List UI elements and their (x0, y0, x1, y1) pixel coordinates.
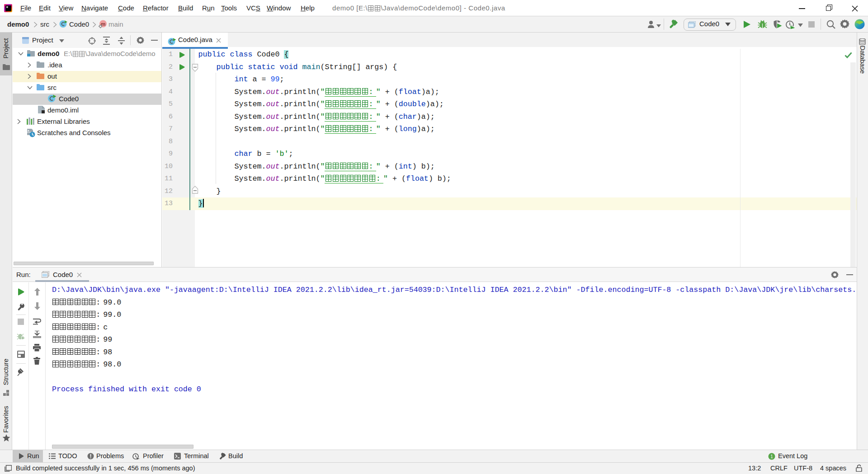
svg-text:1: 1 (770, 454, 773, 459)
